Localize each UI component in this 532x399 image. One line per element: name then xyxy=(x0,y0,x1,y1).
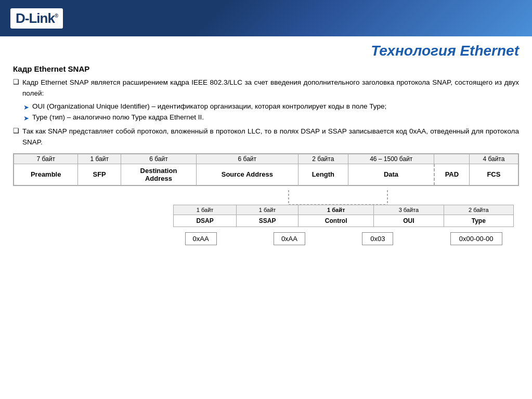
checkbox-icon-1: ❑ xyxy=(13,78,19,86)
snap-table-wrapper: 1 байт 1 байт 1 байт 3 байта 2 байта DSA… xyxy=(173,205,514,245)
size-sfp: 1 байт xyxy=(78,154,121,164)
snap-table: 1 байт 1 байт 1 байт 3 байта 2 байта DSA… xyxy=(173,205,514,227)
page-title: Технология Ethernet xyxy=(371,43,519,59)
value-oui: 0x00-00-00 xyxy=(450,232,502,245)
paragraph1: ❑ Кадр Ethernet SNAP является расширение… xyxy=(13,77,519,99)
snap-size-type: 2 байта xyxy=(444,205,513,215)
bullet-arrow-2: ➤ xyxy=(23,114,29,122)
content: Кадр Ethernet SNAP ❑ Кадр Ethernet SNAP … xyxy=(0,62,532,250)
label-dest: DestinationAddress xyxy=(121,164,196,185)
value-ssap: 0xAA xyxy=(274,232,305,245)
value-control: 0x03 xyxy=(362,232,393,245)
paragraph2-text: Так как SNAP представляет собой протокол… xyxy=(22,126,519,148)
frame-table: 7 байт 1 байт 6 байт 6 байт 2 байта 46 –… xyxy=(14,154,518,185)
size-preamble: 7 байт xyxy=(14,154,78,164)
header: D-Link® xyxy=(0,0,532,36)
bullet-text-1: OUI (Organizational Unique Identifier) –… xyxy=(32,102,386,110)
frame-table-wrapper: 7 байт 1 байт 6 байт 6 байт 2 байта 46 –… xyxy=(13,153,519,186)
bullet-list: ➤ OUI (Organizational Unique Identifier)… xyxy=(23,102,519,122)
snap-label-dsap: DSAP xyxy=(174,215,237,227)
paragraph2: ❑ Так как SNAP представляет собой проток… xyxy=(13,126,519,148)
label-src: Source Address xyxy=(197,164,299,185)
snap-label-oui: OUI xyxy=(374,215,444,227)
label-length: Length xyxy=(298,164,348,185)
size-src: 6 байт xyxy=(197,154,299,164)
spacer1 xyxy=(240,232,250,245)
dlink-logo: D-Link® xyxy=(10,8,63,29)
snap-size-ssap: 1 байт xyxy=(237,205,299,215)
snap-label-row: DSAP SSAP Control OUI Type xyxy=(174,215,514,227)
snap-label-type: Type xyxy=(444,215,513,227)
snap-size-row: 1 байт 1 байт 1 байт 3 байта 2 байта xyxy=(174,205,514,215)
values-row: 0xAA 0xAA 0x03 0x00-00-00 xyxy=(173,232,514,245)
spacer2 xyxy=(329,232,339,245)
connector-svg xyxy=(13,190,514,205)
snap-size-dsap: 1 байт xyxy=(174,205,237,215)
bullet-item-1: ➤ OUI (Organizational Unique Identifier)… xyxy=(23,102,519,111)
logo-wordmark: D-Link xyxy=(16,10,55,26)
label-fcs: FCS xyxy=(469,164,518,185)
size-fcs: 4 байта xyxy=(469,154,518,164)
checkbox-icon-2: ❑ xyxy=(13,127,19,135)
size-dest: 6 байт xyxy=(121,154,196,164)
bullet-item-2: ➤ Type (тип) – аналогично полю Type кадр… xyxy=(23,113,519,122)
bullet-text-2: Type (тип) – аналогично полю Type кадра … xyxy=(32,113,204,121)
label-sfp: SFP xyxy=(78,164,121,185)
frame-label-row: Preamble SFP DestinationAddress Source A… xyxy=(14,164,518,185)
size-length: 2 байта xyxy=(298,154,348,164)
bullet-arrow-1: ➤ xyxy=(23,103,29,111)
logo-registered: ® xyxy=(55,13,58,19)
frame-size-row: 7 байт 1 байт 6 байт 6 байт 2 байта 46 –… xyxy=(14,154,518,164)
label-data: Data xyxy=(348,164,434,185)
logo-text: D-Link® xyxy=(16,10,58,26)
paragraph1-text: Кадр Ethernet SNAP является расширением … xyxy=(22,77,519,99)
label-pad: PAD xyxy=(434,164,469,185)
value-dsap: 0xAA xyxy=(185,232,217,245)
spacer3 xyxy=(417,232,427,245)
snap-label-control: Control xyxy=(299,215,374,227)
label-preamble: Preamble xyxy=(14,164,78,185)
snap-size-oui: 3 байта xyxy=(374,205,444,215)
size-pad xyxy=(434,154,469,164)
page-title-area: Технология Ethernet xyxy=(0,36,532,62)
size-data: 46 – 1500 байт xyxy=(348,154,434,164)
snap-detail: 1 байт 1 байт 1 байт 3 байта 2 байта DSA… xyxy=(13,190,519,245)
connector-lines xyxy=(13,190,514,205)
snap-size-control: 1 байт xyxy=(299,205,374,215)
logo-box: D-Link® xyxy=(10,8,63,29)
snap-label-ssap: SSAP xyxy=(237,215,299,227)
section-title: Кадр Ethernet SNAP xyxy=(13,64,519,73)
